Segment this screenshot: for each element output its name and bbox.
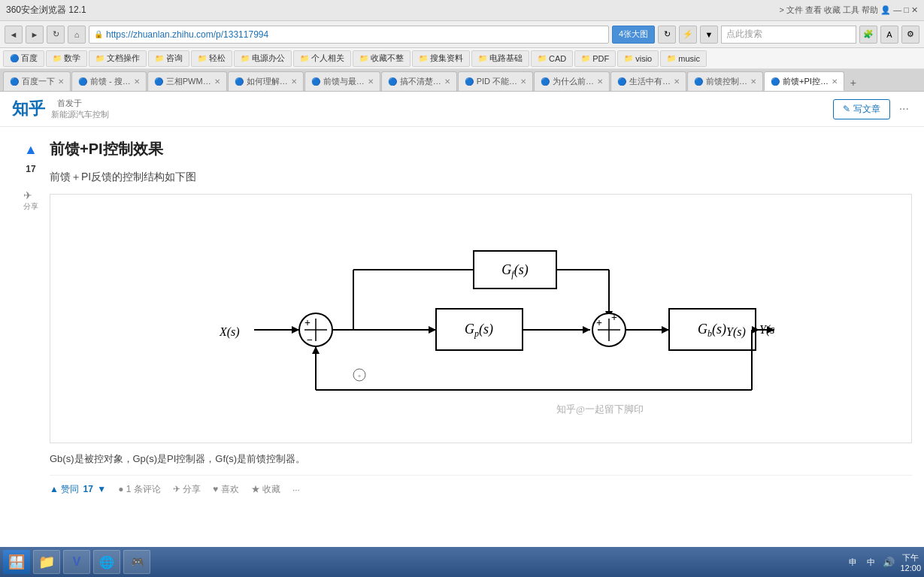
tab-close-button[interactable]: ✕ <box>597 77 603 86</box>
bookmark-item-数学[interactable]: 📁数学 <box>46 50 87 67</box>
bookmark-item-PDF[interactable]: 📁PDF <box>574 50 616 67</box>
tab-favicon: 🔵 <box>541 77 550 86</box>
bookmark-item-百度[interactable]: 🔵百度 <box>3 50 44 67</box>
tab-label: 为什么前… <box>553 76 594 87</box>
search-bar[interactable]: 点此搜索 <box>721 26 856 44</box>
action-share[interactable]: ✈ 分享 <box>173 483 201 496</box>
tab-close-button[interactable]: ✕ <box>368 77 374 86</box>
bookmark-item-轻松[interactable]: 📁轻松 <box>191 50 232 67</box>
back-button[interactable]: ◄ <box>5 26 23 44</box>
tab-close-button[interactable]: ✕ <box>750 77 756 86</box>
home-button[interactable]: ⌂ <box>68 26 86 44</box>
article-main: 前馈+PI控制效果 前馈＋PI反馈的控制结构如下图 Gf(s) <box>50 139 912 503</box>
volume-icon[interactable]: 🔊 <box>882 555 895 569</box>
taskbar-app-3[interactable]: 🌐 <box>93 550 120 574</box>
extensions-btn[interactable]: 🧩 <box>859 26 877 44</box>
bookmark-item-电路基础[interactable]: 📁电路基础 <box>471 50 529 67</box>
write-article-button[interactable]: ✎ 写文章 <box>833 99 889 119</box>
more-options-button[interactable]: ··· <box>896 102 912 116</box>
vote-sidebar: ▲ 17 ✈ 分享 <box>12 139 50 503</box>
action-more[interactable]: ··· <box>292 485 300 495</box>
new-tab-button[interactable]: + <box>845 74 862 91</box>
dropdown-btn[interactable]: ▼ <box>700 26 718 44</box>
control-diagram: Gf(s) X(s) <box>188 210 774 427</box>
tab-close-button[interactable]: ✕ <box>444 77 450 86</box>
forward-button[interactable]: ► <box>26 26 44 44</box>
menu-bar: > 文件 查看 收藏 工具 帮助 👤 — □ ✕ <box>462 5 919 16</box>
diagram-watermark: 知乎@一起留下脚印 <box>556 403 644 415</box>
lightning-btn[interactable]: ⚡ <box>679 26 697 44</box>
lock-icon: 🔒 <box>94 30 103 38</box>
tab-close-button[interactable]: ✕ <box>214 77 220 86</box>
tray-icon-1[interactable]: 申 <box>846 555 859 569</box>
browser-tab[interactable]: 🔵前馈与最…✕ <box>304 71 380 91</box>
bookmark-item-咨询[interactable]: 📁咨询 <box>148 50 189 67</box>
tab-favicon: 🔵 <box>235 77 244 86</box>
action-collect[interactable]: ★ 收藏 <box>251 483 280 496</box>
bookmark-item-个人相关[interactable]: 📁个人相关 <box>293 50 351 67</box>
browser-tab[interactable]: 🔵如何理解…✕ <box>228 71 304 91</box>
bookmark-icon: 📁 <box>359 54 368 62</box>
tab-close-button[interactable]: ✕ <box>674 77 680 86</box>
refresh-icon-btn[interactable]: ↻ <box>658 26 676 44</box>
bookmark-label: 文档操作 <box>107 53 140 64</box>
tray-icon-2[interactable]: 中 <box>864 555 877 569</box>
image-view-button[interactable]: 4张大图 <box>612 26 655 44</box>
share-icon[interactable]: ✈ <box>23 189 38 201</box>
browser-tab[interactable]: 🔵PID 不能…✕ <box>458 71 533 91</box>
browser-tab[interactable]: 🔵生活中有…✕ <box>610 71 686 91</box>
tab-close-button[interactable]: ✕ <box>520 77 526 86</box>
bookmark-label: 咨询 <box>166 53 183 64</box>
bookmark-label: music <box>678 54 700 63</box>
tab-label: 如何理解… <box>247 76 288 87</box>
browser-tab[interactable]: 🔵搞不清楚…✕ <box>381 71 457 91</box>
tab-favicon: 🔵 <box>465 77 474 86</box>
svg-text:+: + <box>357 372 361 379</box>
description-text: Gb(s)是被控对象，Gp(s)是PI控制器，Gf(s)是前馈控制器。 <box>50 452 912 466</box>
browser-tab[interactable]: 🔵三相PWM…✕ <box>147 71 227 91</box>
settings-btn[interactable]: ⚙ <box>901 26 919 44</box>
taskbar-app-1[interactable]: 📁 <box>33 550 60 574</box>
tab-close-button[interactable]: ✕ <box>58 77 64 86</box>
bookmark-icon: 📁 <box>53 54 62 62</box>
start-button[interactable]: 🪟 <box>3 550 30 574</box>
taskbar-app-2[interactable]: V <box>63 550 90 574</box>
bookmark-item-visio[interactable]: 📁visio <box>617 50 659 67</box>
tab-close-button[interactable]: ✕ <box>832 77 838 86</box>
svg-text:+: + <box>611 312 617 323</box>
zhihu-header: 知乎 首发于 新能源汽车控制 ✎ 写文章 ··· <box>0 92 924 127</box>
tab-close-button[interactable]: ✕ <box>291 77 297 86</box>
bookmark-item-电源办公[interactable]: 📁电源办公 <box>234 50 292 67</box>
bookmark-item-收藏不整[interactable]: 📁收藏不整 <box>353 50 410 67</box>
bookmark-item-搜集资料[interactable]: 📁搜集资料 <box>412 50 470 67</box>
bookmark-item-文档操作[interactable]: 📁文档操作 <box>89 50 147 67</box>
action-like[interactable]: ♥ 喜欢 <box>213 483 238 496</box>
browser-tab[interactable]: 🔵前馈控制…✕ <box>687 71 763 91</box>
tab-favicon: 🔵 <box>10 77 19 86</box>
vote-up-icon[interactable]: ▲ <box>24 142 38 158</box>
tab-favicon: 🔵 <box>388 77 397 86</box>
svg-text:Y(s): Y(s) <box>759 323 774 337</box>
refresh-button[interactable]: ↻ <box>47 26 65 44</box>
bookmark-icon: 📁 <box>624 54 633 62</box>
bookmark-label: 数学 <box>64 53 80 64</box>
address-bar[interactable]: 🔒 https://zhuanlan.zhihu.com/p/133117994 <box>89 26 609 44</box>
browser-tab[interactable]: 🔵前馈 - 搜…✕ <box>71 71 147 91</box>
bookmark-label: 轻松 <box>209 53 226 64</box>
translate-btn[interactable]: A <box>880 26 898 44</box>
browser-tab[interactable]: 🔵前馈+PI控…✕ <box>764 71 844 91</box>
browser-tab[interactable]: 🔵为什么前…✕ <box>534 71 610 91</box>
taskbar-app-4[interactable]: 🎮 <box>123 550 150 574</box>
tab-close-button[interactable]: ✕ <box>134 77 140 86</box>
browser-title: 360安全浏览器 12.1 <box>6 4 462 17</box>
svg-text:Gp(s): Gp(s) <box>465 322 493 339</box>
system-tray: 申 中 🔊 下午12:00 <box>846 552 921 572</box>
action-comment[interactable]: ● 1 条评论 <box>118 483 161 496</box>
bookmark-item-CAD[interactable]: 📁CAD <box>531 50 573 67</box>
tab-label: 生活中有… <box>629 76 671 87</box>
tab-favicon: 🔵 <box>311 77 320 86</box>
action-vote[interactable]: ▲ 赞同 17 ▼ <box>50 483 106 496</box>
tab-label: 搞不清楚… <box>400 76 441 87</box>
bookmark-item-music[interactable]: 📁music <box>660 50 707 67</box>
browser-tab[interactable]: 🔵百度一下✕ <box>3 71 71 91</box>
